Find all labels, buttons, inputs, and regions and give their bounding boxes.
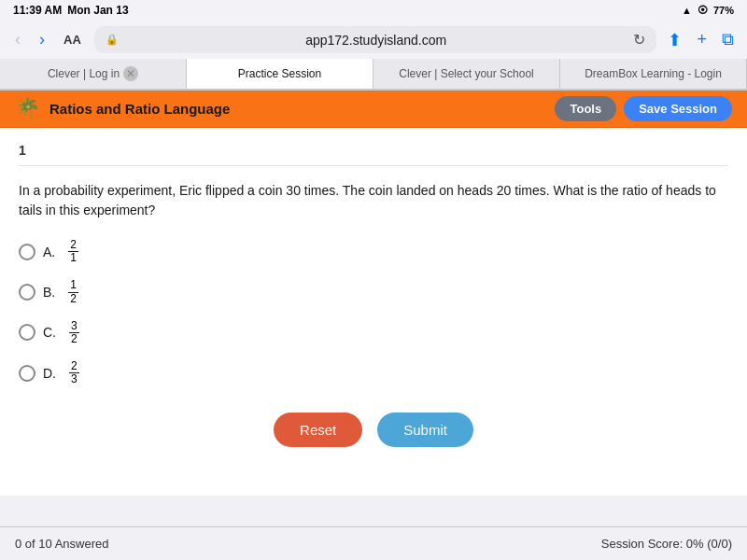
- answered-count: 0 of 10 Answered: [15, 537, 108, 551]
- header-left: 🌴 Ratios and Ratio Language: [15, 97, 230, 121]
- time-display: 11:39 AM: [13, 4, 62, 17]
- radio-b[interactable]: [19, 284, 35, 301]
- share-button[interactable]: ⬆: [664, 28, 685, 52]
- submit-button[interactable]: Submit: [377, 413, 473, 447]
- header-right: Tools Save Session: [555, 96, 732, 121]
- radio-c[interactable]: [19, 324, 35, 341]
- option-d: D. 2 3: [19, 360, 728, 385]
- date-display: Mon Jan 13: [67, 4, 128, 17]
- battery-display: 77%: [713, 5, 734, 16]
- back-button[interactable]: ‹: [9, 28, 26, 51]
- option-a: A. 2 1: [19, 239, 728, 264]
- reset-button[interactable]: Reset: [274, 413, 362, 447]
- frac-c-num: 3: [69, 320, 79, 333]
- frac-b-num: 1: [68, 279, 78, 292]
- session-score: Session Score: 0% (0/0): [601, 537, 732, 551]
- tab-clever-login-close[interactable]: ✕: [123, 66, 138, 81]
- browser-chrome: 11:39 AM Mon Jan 13 ▲ ⦿ 77% ‹ › AA 🔒 app…: [0, 0, 747, 91]
- frac-d-num: 2: [69, 360, 79, 373]
- reader-button[interactable]: AA: [58, 31, 87, 49]
- new-tab-button[interactable]: +: [693, 28, 711, 51]
- palm-icon: 🌴: [15, 97, 40, 121]
- address-bar[interactable]: 🔒 app172.studyisland.com ↻: [94, 26, 657, 53]
- status-left: 11:39 AM Mon Jan 13: [13, 4, 129, 17]
- signal-icon: ▲: [682, 5, 692, 16]
- option-b-label: B.: [43, 285, 59, 300]
- status-right: ▲ ⦿ 77%: [682, 5, 734, 16]
- tab-clever-school-label: Clever | Select your School: [399, 67, 534, 80]
- reload-button[interactable]: ↻: [633, 31, 645, 49]
- tab-clever-school[interactable]: Clever | Select your School: [374, 59, 560, 89]
- tools-button[interactable]: Tools: [555, 96, 616, 121]
- option-d-label: D.: [43, 366, 60, 381]
- radio-a[interactable]: [19, 244, 35, 260]
- options-list: A. 2 1 B. 1 2 C. 3 2 D.: [19, 239, 728, 386]
- option-b: B. 1 2: [19, 279, 728, 304]
- lock-icon: 🔒: [106, 34, 119, 46]
- main-content: 1 In a probability experiment, Eric flip…: [0, 128, 747, 496]
- fraction-c: 3 2: [69, 320, 79, 345]
- tab-dreambox-label: DreamBox Learning - Login: [585, 67, 722, 80]
- tab-clever-login[interactable]: Clever | Log in ✕: [0, 59, 187, 89]
- frac-b-den: 2: [68, 293, 78, 305]
- fraction-d: 2 3: [69, 360, 79, 385]
- tab-clever-login-label: Clever | Log in: [48, 67, 120, 80]
- tab-practice-session-label: Practice Session: [238, 67, 321, 80]
- frac-d-den: 3: [69, 373, 79, 385]
- footer: 0 of 10 Answered Session Score: 0% (0/0): [0, 526, 747, 560]
- question-number: 1: [19, 143, 728, 166]
- tab-dreambox[interactable]: DreamBox Learning - Login: [560, 59, 747, 89]
- frac-a-den: 1: [68, 252, 78, 264]
- nav-bar: ‹ › AA 🔒 app172.studyisland.com ↻ ⬆ + ⧉: [0, 21, 747, 59]
- url-text: app172.studyisland.com: [124, 33, 628, 48]
- option-a-label: A.: [43, 245, 59, 259]
- status-bar: 11:39 AM Mon Jan 13 ▲ ⦿ 77%: [0, 0, 747, 21]
- page-header: 🌴 Ratios and Ratio Language Tools Save S…: [0, 91, 747, 128]
- tabs-button[interactable]: ⧉: [718, 28, 738, 51]
- tab-practice-session[interactable]: Practice Session: [187, 59, 374, 89]
- action-buttons: Reset Submit: [19, 413, 728, 447]
- radio-d[interactable]: [19, 365, 35, 382]
- wifi-icon: ⦿: [698, 5, 708, 16]
- fraction-a: 2 1: [68, 239, 78, 264]
- fraction-b: 1 2: [68, 279, 78, 304]
- option-c: C. 3 2: [19, 320, 728, 345]
- frac-c-den: 2: [69, 333, 79, 345]
- forward-button[interactable]: ›: [34, 28, 50, 51]
- option-c-label: C.: [43, 325, 60, 340]
- header-title: Ratios and Ratio Language: [49, 101, 230, 117]
- save-session-button[interactable]: Save Session: [624, 96, 732, 121]
- question-text: In a probability experiment, Eric flippe…: [19, 181, 728, 220]
- frac-a-num: 2: [68, 239, 78, 252]
- tabs-bar: Clever | Log in ✕ Practice Session Cleve…: [0, 59, 747, 90]
